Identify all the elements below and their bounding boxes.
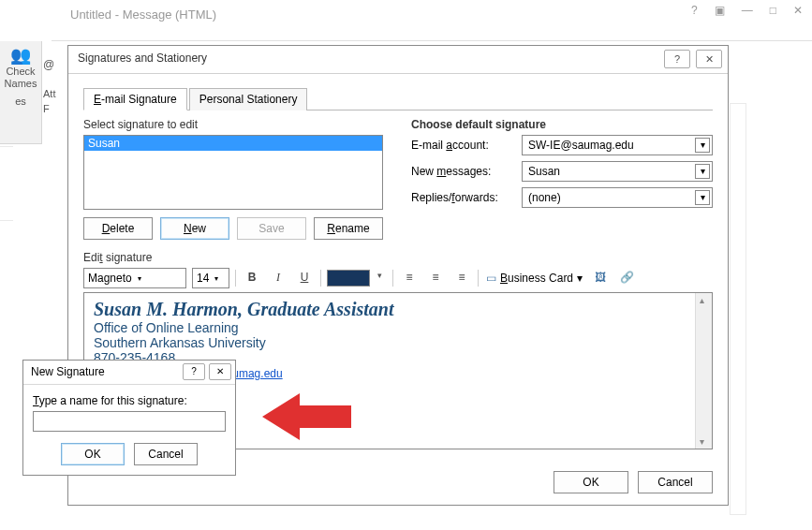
ribbon-label-es: es — [2, 96, 39, 108]
font-color-button[interactable] — [327, 270, 370, 287]
bold-button[interactable]: B — [242, 268, 262, 288]
replies-value: (none) — [528, 191, 561, 204]
underline-button[interactable]: U — [294, 268, 315, 288]
edit-signature-label: Edit signature — [83, 251, 713, 264]
minimize-icon[interactable]: — — [742, 4, 753, 17]
font-size-combo[interactable]: 14▾ — [192, 268, 229, 288]
new-signature-cancel-button[interactable]: Cancel — [134, 443, 198, 465]
signature-line-org: Southern Arkansas University — [94, 335, 702, 350]
align-right-button[interactable]: ≡ — [451, 268, 472, 288]
new-signature-close-button[interactable]: ✕ — [209, 363, 231, 380]
new-signature-help-button[interactable]: ? — [183, 363, 205, 380]
email-account-combo[interactable]: SW-IE@saumag.edu ▾ — [522, 135, 713, 155]
insert-hyperlink-button[interactable]: 🔗 — [616, 268, 637, 288]
ribbon-separator — [0, 146, 13, 221]
dropdown-arrow-icon[interactable]: ▾ — [695, 138, 710, 153]
dropdown-arrow-icon[interactable]: ▾ — [695, 164, 710, 179]
tab-email-signature[interactable]: E-mail Signature — [83, 88, 187, 110]
replies-forwards-label: Replies/forwards: — [411, 191, 514, 204]
dialog-title: Signatures and Stationery — [78, 52, 207, 65]
message-window-title: Untitled - Message (HTML) — [70, 7, 216, 22]
select-signature-label: Select signature to edit — [83, 118, 383, 131]
at-icon: @ — [43, 58, 54, 71]
font-name-combo[interactable]: Magneto▾ — [83, 268, 186, 288]
email-account-label: E-mail account: — [411, 139, 514, 152]
dialog-tabs: E-mail Signature Personal Stationery — [83, 87, 713, 110]
new-signature-title: New Signature — [31, 365, 105, 378]
signature-line-name: Susan M. Harmon, Graduate Assistant — [94, 299, 702, 320]
dialog-titlebar: Signatures and Stationery ? ✕ — [68, 46, 728, 74]
new-signature-dialog: New Signature ? ✕ Type a name for this s… — [22, 360, 236, 476]
tab-personal-stationery[interactable]: Personal Stationery — [189, 88, 308, 110]
delete-button[interactable]: Delete — [83, 217, 153, 240]
message-window-titlebar: Untitled - Message (HTML) ? ▣ — □ ✕ — [52, 0, 812, 41]
email-account-value: SW-IE@saumag.edu — [528, 139, 634, 152]
align-center-button[interactable]: ≡ — [425, 268, 446, 288]
dialog-close-button[interactable]: ✕ — [696, 50, 722, 68]
align-left-button[interactable]: ≡ — [399, 268, 420, 288]
dropdown-arrow-icon[interactable]: ▾ — [695, 190, 710, 205]
insert-picture-button[interactable]: 🖼 — [590, 268, 611, 288]
new-button[interactable]: New — [160, 217, 229, 240]
italic-button[interactable]: I — [268, 268, 288, 288]
signature-list[interactable]: Susan — [83, 135, 383, 210]
maximize-icon[interactable]: □ — [770, 4, 776, 17]
ok-button[interactable]: OK — [554, 471, 628, 493]
signature-line-dept: Office of Online Learning — [94, 320, 702, 335]
font-size-value: 14 — [197, 272, 209, 285]
check-names-button[interactable]: Check Names — [2, 66, 39, 90]
dialog-help-button[interactable]: ? — [664, 50, 690, 68]
save-button: Save — [237, 217, 306, 240]
new-messages-label: New messages: — [411, 165, 514, 178]
business-card-button[interactable]: ▭ Business Card ▾ — [484, 272, 584, 285]
new-messages-combo[interactable]: Susan ▾ — [522, 161, 713, 182]
annotation-arrow-icon — [262, 389, 356, 445]
choose-default-label: Choose default signature — [411, 118, 713, 131]
scrollbar-outer[interactable] — [730, 103, 746, 515]
new-signature-ok-button[interactable]: OK — [61, 443, 125, 465]
replies-combo[interactable]: (none) ▾ — [522, 187, 713, 208]
editor-toolbar: Magneto▾ 14▾ B I U ≡ ≡ ≡ ▭ Business Card… — [83, 268, 713, 288]
cancel-button[interactable]: Cancel — [638, 471, 713, 493]
close-icon[interactable]: ✕ — [793, 4, 803, 17]
ribbon-f-label: F — [43, 103, 50, 114]
editor-scrollbar[interactable] — [695, 293, 712, 449]
people-icon: 👥 — [2, 45, 39, 66]
rename-button[interactable]: Rename — [314, 217, 383, 240]
ribbon-display-icon[interactable]: ▣ — [715, 4, 725, 17]
font-name-value: Magneto — [88, 272, 132, 285]
svg-marker-0 — [262, 393, 351, 440]
signature-list-item[interactable]: Susan — [84, 136, 382, 151]
business-card-icon: ▭ — [486, 272, 496, 285]
new-messages-value: Susan — [528, 165, 560, 178]
signature-name-input[interactable] — [33, 411, 226, 432]
ribbon-att-label: Att — [43, 88, 55, 99]
ribbon-fragment: 👥 Check Names es — [0, 41, 42, 144]
help-icon[interactable]: ? — [691, 4, 698, 17]
new-signature-prompt: Type a name for this signature: — [33, 394, 226, 407]
window-controls: ? ▣ — □ ✕ — [691, 4, 803, 17]
